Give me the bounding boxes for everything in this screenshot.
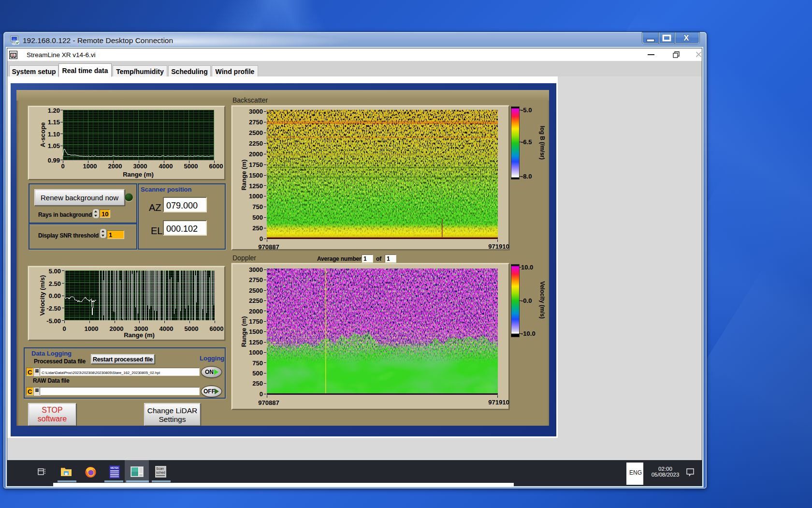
svg-text:sched: sched — [156, 471, 165, 474]
svg-text:METEK: METEK — [110, 466, 119, 469]
svg-text:X: X — [683, 33, 689, 43]
svg-text:Scan: Scan — [156, 467, 164, 470]
